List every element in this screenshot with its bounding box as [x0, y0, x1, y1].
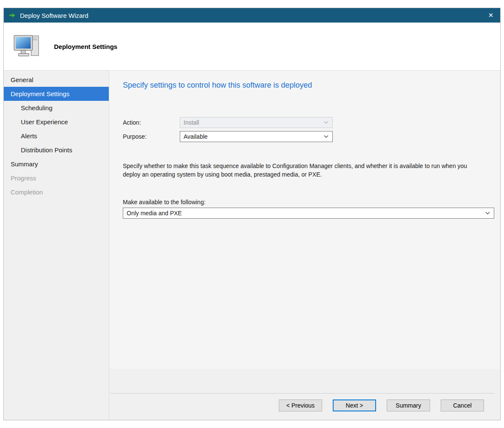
sidebar-item-general[interactable]: General — [4, 73, 109, 87]
action-select: Install — [180, 117, 333, 128]
close-icon: ✕ — [488, 11, 494, 19]
content-heading: Specify settings to control how this sof… — [123, 81, 494, 90]
action-label: Action: — [123, 119, 180, 126]
summary-button[interactable]: Summary — [387, 399, 430, 411]
action-row: Action: Install — [123, 117, 494, 128]
purpose-label: Purpose: — [123, 133, 180, 140]
sidebar-item-distribution-points[interactable]: Distribution Points — [4, 143, 109, 157]
sidebar-item-label: General — [11, 76, 33, 83]
previous-button[interactable]: < Previous — [279, 399, 322, 411]
sidebar-item-progress: Progress — [4, 171, 109, 185]
purpose-value: Available — [184, 133, 208, 140]
close-button[interactable]: ✕ — [483, 8, 498, 23]
sidebar-item-label: Summary — [11, 160, 38, 168]
chevron-down-icon — [324, 135, 328, 138]
sidebar-item-label: Progress — [11, 174, 36, 182]
sidebar-item-label: Alerts — [21, 132, 37, 140]
page-title: Deployment Settings — [54, 43, 117, 50]
deploy-software-wizard-window: Deploy Software Wizard ✕ — [3, 8, 501, 420]
purpose-row: Purpose: Available — [123, 131, 494, 142]
chevron-down-icon — [485, 211, 490, 214]
sidebar-item-user-experience[interactable]: User Experience — [4, 115, 109, 129]
sidebar-item-scheduling[interactable]: Scheduling — [4, 101, 109, 115]
content-column: Specify settings to control how this sof… — [109, 71, 500, 420]
cancel-button[interactable]: Cancel — [441, 399, 484, 411]
action-value: Install — [184, 119, 199, 126]
sidebar-item-deployment-settings[interactable]: Deployment Settings — [4, 87, 109, 101]
content-panel: Specify settings to control how this sof… — [109, 71, 500, 369]
sidebar-item-label: Scheduling — [21, 104, 52, 111]
chevron-down-icon — [324, 121, 328, 124]
computer-icon — [13, 34, 47, 58]
footer-divider — [110, 393, 494, 394]
make-available-label: Make available to the following: — [123, 199, 494, 205]
sidebar-item-label: User Experience — [21, 118, 68, 126]
sidebar-item-summary[interactable]: Summary — [4, 157, 109, 171]
sidebar-item-alerts[interactable]: Alerts — [4, 129, 109, 143]
footer-buttons: < Previous Next > Summary Cancel — [279, 399, 484, 411]
window-title: Deploy Software Wizard — [20, 12, 88, 19]
wizard-body: General Deployment Settings Scheduling U… — [4, 71, 500, 420]
sidebar-item-completion: Completion — [4, 185, 109, 199]
wizard-header: Deployment Settings — [4, 23, 500, 71]
sidebar-item-label: Deployment Settings — [11, 90, 69, 97]
availability-select[interactable]: Only media and PXE — [123, 208, 494, 219]
wizard-step-list: General Deployment Settings Scheduling U… — [4, 71, 109, 420]
purpose-select[interactable]: Available — [180, 131, 333, 142]
green-arrow-icon — [8, 11, 17, 20]
availability-value: Only media and PXE — [127, 210, 182, 217]
title-bar: Deploy Software Wizard ✕ — [4, 8, 500, 23]
sidebar-item-label: Completion — [11, 188, 43, 196]
next-button[interactable]: Next > — [333, 399, 376, 411]
sidebar-item-label: Distribution Points — [21, 146, 72, 154]
availability-description: Specify whether to make this task sequen… — [123, 162, 474, 179]
wizard-footer: < Previous Next > Summary Cancel — [109, 369, 500, 420]
